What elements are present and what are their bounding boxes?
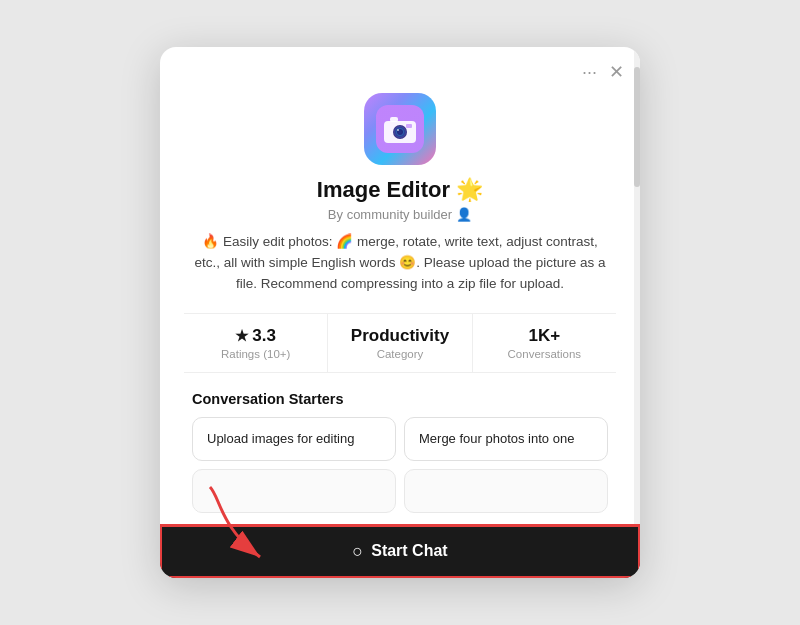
category-value: Productivity (336, 326, 463, 346)
stat-category: Productivity Category (327, 314, 471, 372)
start-chat-button[interactable]: ○ Start Chat (160, 525, 640, 578)
section-title: Conversation Starters (192, 391, 608, 407)
app-title: Image Editor 🌟 (192, 177, 608, 203)
chat-bubble-icon: ○ (352, 541, 363, 562)
app-description: 🔥 Easily edit photos: 🌈 merge, rotate, w… (192, 232, 608, 295)
starter-card-4 (404, 469, 608, 513)
starter-card-1[interactable]: Upload images for editing (192, 417, 396, 461)
rating-value: ★ 3.3 (192, 326, 319, 346)
starter-card-3 (192, 469, 396, 513)
modal-dialog: ··· ✕ (160, 47, 640, 578)
svg-point-5 (397, 129, 399, 131)
svg-rect-6 (406, 124, 412, 128)
modal-header: ··· ✕ (160, 47, 640, 83)
app-subtitle: By community builder 👤 (192, 207, 608, 222)
category-label: Category (336, 348, 463, 360)
modal-footer: ○ Start Chat (160, 525, 640, 578)
starter-card-2[interactable]: Merge four photos into one (404, 417, 608, 461)
close-icon[interactable]: ✕ (609, 61, 624, 83)
svg-rect-7 (390, 117, 398, 122)
stat-conversations: 1K+ Conversations (472, 314, 616, 372)
rating-label: Ratings (10+) (192, 348, 319, 360)
star-icon: ★ (235, 327, 248, 345)
app-icon (364, 93, 436, 165)
person-icon: 👤 (456, 207, 472, 222)
app-icon-wrapper (364, 93, 436, 165)
scrollbar[interactable] (634, 47, 640, 578)
stat-rating: ★ 3.3 Ratings (10+) (184, 314, 327, 372)
stats-row: ★ 3.3 Ratings (10+) Productivity Categor… (184, 313, 616, 373)
starters-grid: Upload images for editing Merge four pho… (192, 417, 608, 513)
modal-body: Image Editor 🌟 By community builder 👤 🔥 … (160, 83, 640, 513)
conversations-label: Conversations (481, 348, 608, 360)
more-options-icon[interactable]: ··· (582, 62, 597, 83)
conversations-value: 1K+ (481, 326, 608, 346)
scrollbar-thumb[interactable] (634, 67, 640, 187)
